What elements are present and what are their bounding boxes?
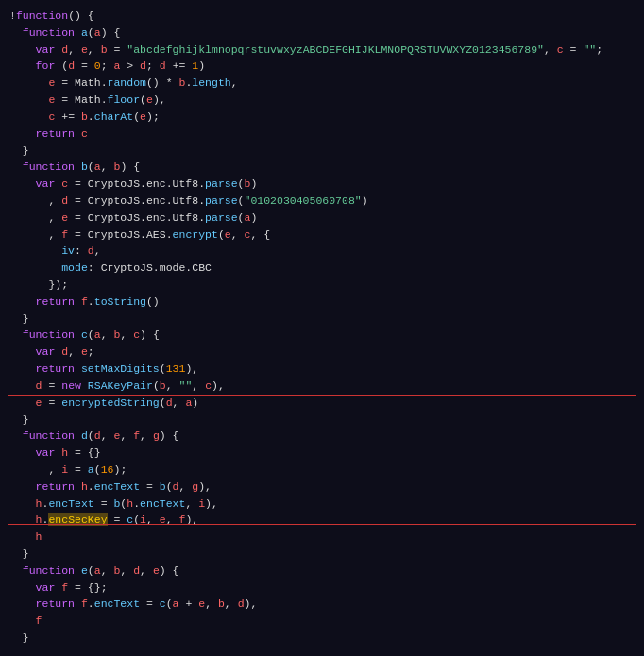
code-line-16: mode: CryptoJS.mode.CBC (0, 260, 644, 277)
code-line-2: function a(a) { (0, 25, 644, 42)
code-line-20: function c(a, b, c) { (0, 327, 644, 344)
code-line-4: for (d = 0; a > d; d += 1) (0, 58, 644, 75)
code-line-33: } (0, 546, 644, 563)
code-line-37: f (0, 613, 644, 630)
code-line-29: return h.encText = b(d, g), (0, 479, 644, 496)
code-line-21: var d, e; (0, 344, 644, 361)
code-line-19: } (0, 311, 644, 328)
code-line-8: return c (0, 126, 644, 143)
code-line-39 (0, 647, 644, 656)
code-line-17: }); (0, 277, 644, 294)
code-line-6: e = Math.floor(e), (0, 92, 644, 109)
code-line-7: c += b.charAt(e); (0, 109, 644, 126)
code-line-11: var c = CryptoJS.enc.Utf8.parse(b) (0, 176, 644, 193)
code-line-32: h (0, 529, 644, 546)
code-line-15: iv: d, (0, 243, 644, 260)
code-line-28: , i = a(16); (0, 462, 644, 479)
code-line-18: return f.toString() (0, 294, 644, 311)
code-line-30: h.encText = b(h.encText, i), (0, 496, 644, 513)
code-line-36: return f.encText = c(a + e, b, d), (0, 596, 644, 613)
code-line-24: e = encryptedString(d, a) (0, 395, 644, 412)
code-line-14: , f = CryptoJS.AES.encrypt(e, c, { (0, 227, 644, 244)
code-line-5: e = Math.random() * b.length, (0, 75, 644, 92)
code-line-38: } (0, 630, 644, 647)
code-line-25: } (0, 412, 644, 429)
code-line-26: function d(d, e, f, g) { (0, 428, 644, 445)
code-line-10: function b(a, b) { (0, 159, 644, 176)
code-line-31: h.encSecKey = c(i, e, f), (0, 512, 644, 529)
code-line-13: , e = CryptoJS.enc.Utf8.parse(a) (0, 210, 644, 227)
code-line-22: return setMaxDigits(131), (0, 361, 644, 378)
code-line-27: var h = {} (0, 445, 644, 462)
code-line-23: d = new RSAKeyPair(b, "", c), (0, 378, 644, 395)
code-line-1: !function() { (0, 8, 644, 25)
code-line-34: function e(a, b, d, e) { (0, 563, 644, 580)
code-line-35: var f = {}; (0, 580, 644, 597)
code-line-12: , d = CryptoJS.enc.Utf8.parse("010203040… (0, 193, 644, 210)
code-line-3: var d, e, b = "abcdefghijklmnopqrstuvwxy… (0, 42, 644, 59)
code-container: !function() { function a(a) { var d, e, … (0, 0, 644, 656)
code-line-9: } (0, 143, 644, 160)
